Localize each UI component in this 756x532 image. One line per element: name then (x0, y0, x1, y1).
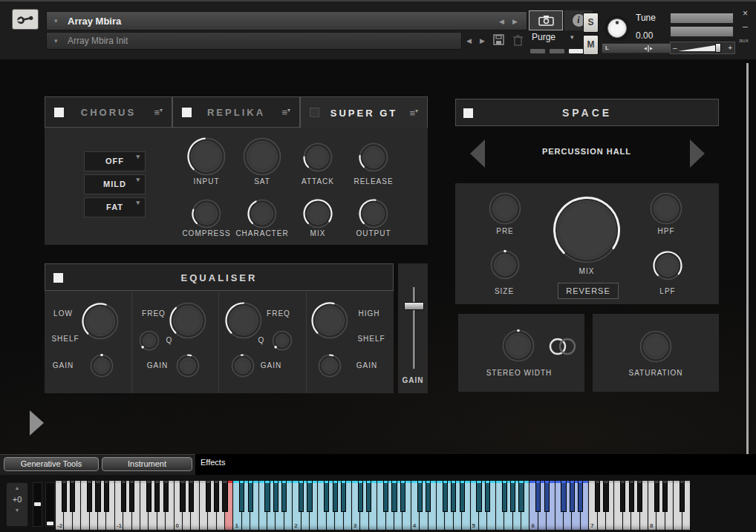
key-A#2[interactable] (341, 481, 346, 512)
key-C#8[interactable] (654, 481, 659, 512)
key-C#6[interactable] (535, 481, 541, 512)
key-G#5[interactable] (510, 481, 515, 512)
snapshot-view-button[interactable] (529, 10, 563, 30)
key-G#0[interactable] (214, 481, 219, 512)
supergt-tab[interactable]: SUPER GT ≡▾ (300, 96, 428, 128)
space-preset-name[interactable]: PERCUSSION HALL (475, 147, 698, 156)
key-D#5[interactable] (485, 481, 490, 512)
key-C#-2[interactable] (62, 481, 67, 512)
character-knob[interactable] (247, 198, 278, 229)
eq3-q-knob[interactable] (271, 329, 293, 352)
volume-plus[interactable]: + (728, 44, 732, 52)
eq2-freq-knob[interactable] (169, 301, 207, 340)
key-A#7[interactable] (637, 481, 642, 512)
replika-preset-menu-icon[interactable]: ≡▾ (281, 108, 290, 117)
output-knob[interactable] (358, 198, 389, 229)
key-A#1[interactable] (281, 481, 287, 512)
replika-tab[interactable]: REPLIKA ≡▾ (172, 96, 300, 128)
supergt-mode-select-3[interactable]: FAT ▾ (84, 197, 146, 217)
key-F#1[interactable] (264, 481, 270, 512)
key-D#-2[interactable] (70, 481, 75, 512)
key-A#4[interactable] (460, 481, 465, 512)
edit-wrench-button[interactable] (12, 9, 39, 30)
mod-wheel[interactable] (45, 482, 55, 527)
pre-knob[interactable] (488, 191, 522, 226)
eq3-freq-knob[interactable] (224, 301, 263, 340)
chorus-preset-menu-icon[interactable]: ≡▾ (154, 108, 163, 117)
eq2-gain-knob[interactable] (175, 353, 201, 378)
input-knob[interactable] (186, 137, 227, 177)
key-G#7[interactable] (629, 481, 634, 512)
key-D#0[interactable] (189, 481, 194, 512)
key-C#2[interactable] (299, 481, 304, 512)
key-G#4[interactable] (451, 481, 456, 512)
trash-icon[interactable] (512, 34, 524, 46)
supergt-mode-select-2[interactable]: MILD ▾ (84, 174, 146, 194)
tab-generative-tools[interactable]: Generative Tools (4, 457, 99, 471)
space-next-preset-arrow[interactable] (690, 139, 705, 168)
page-scrollbar[interactable] (746, 63, 749, 473)
solo-button[interactable]: S (583, 13, 599, 33)
key-F#-2[interactable] (87, 481, 92, 512)
volume-handle[interactable] (715, 43, 721, 53)
pitch-wheel[interactable] (33, 482, 42, 527)
attack-knob[interactable] (302, 142, 333, 173)
compress-knob[interactable] (191, 198, 222, 229)
key-F#3[interactable] (383, 481, 388, 512)
eq-gain-fader[interactable] (404, 302, 424, 310)
expand-arrow[interactable] (30, 410, 44, 436)
key-C#5[interactable] (476, 481, 481, 512)
supergt-mode-select-1[interactable]: OFF ▾ (84, 151, 146, 171)
key-F#6[interactable] (561, 481, 566, 512)
supergt-preset-menu-icon[interactable]: ≡▾ (409, 108, 418, 118)
instrument-title-bar[interactable]: ▾ Array Mbira ◀ ▶ (46, 11, 527, 30)
key-C#3[interactable] (358, 481, 363, 512)
next-instrument-button[interactable]: ▶ (512, 19, 518, 25)
sat-knob[interactable] (242, 137, 282, 177)
transpose-up-icon[interactable]: ▲ (7, 483, 27, 493)
key-D#8[interactable] (662, 481, 668, 512)
key-A#0[interactable] (222, 481, 227, 512)
key-F#7[interactable] (620, 481, 625, 512)
tab-effects[interactable]: Effects (201, 458, 225, 467)
save-icon[interactable] (493, 34, 505, 46)
key-A#-2[interactable] (104, 481, 109, 512)
key-D#3[interactable] (366, 481, 371, 512)
key-D#1[interactable] (248, 481, 253, 512)
key-G#3[interactable] (391, 481, 397, 512)
hpf-knob[interactable] (649, 191, 683, 226)
key-D#6[interactable] (544, 481, 550, 512)
key-A#3[interactable] (400, 481, 405, 512)
reverse-button[interactable]: REVERSE (558, 283, 619, 299)
volume-slider[interactable]: – + (670, 42, 735, 54)
eq4-freq-knob[interactable] (310, 301, 349, 340)
key-D#4[interactable] (426, 481, 431, 512)
key-C#1[interactable] (239, 481, 244, 512)
piano-keyboard[interactable]: -2-1012345678 (56, 481, 691, 530)
key-A#6[interactable] (578, 481, 583, 512)
next-patch-button[interactable]: ▶ (480, 38, 485, 45)
key-D#-1[interactable] (129, 481, 134, 512)
size-knob[interactable] (489, 249, 521, 280)
key-A#5[interactable] (518, 481, 524, 512)
key-C#-1[interactable] (121, 481, 126, 512)
space-header[interactable]: SPACE (455, 99, 719, 126)
key-F#-1[interactable] (146, 481, 151, 512)
stereo-width-knob[interactable] (501, 329, 535, 363)
key-F#2[interactable] (324, 481, 329, 512)
transpose-control[interactable]: ▲ +0 ▼ (6, 482, 28, 527)
volume-minus[interactable]: – (673, 44, 677, 52)
key-F#5[interactable] (502, 481, 507, 512)
eq4-gain-knob[interactable] (317, 353, 342, 378)
supergt-mix-knob[interactable] (302, 198, 333, 229)
prev-instrument-button[interactable]: ◀ (499, 19, 504, 25)
key-F#0[interactable] (206, 481, 211, 512)
key-G#6[interactable] (570, 481, 575, 512)
lpf-knob[interactable] (652, 250, 683, 281)
minimize-button[interactable]: – (743, 22, 748, 31)
key-G#1[interactable] (273, 481, 278, 512)
tab-instrument[interactable]: Instrument (102, 457, 192, 471)
release-knob[interactable] (358, 142, 389, 173)
equaliser-header[interactable]: EQUALISER (45, 263, 394, 291)
eq1-gain-knob[interactable] (89, 353, 114, 378)
